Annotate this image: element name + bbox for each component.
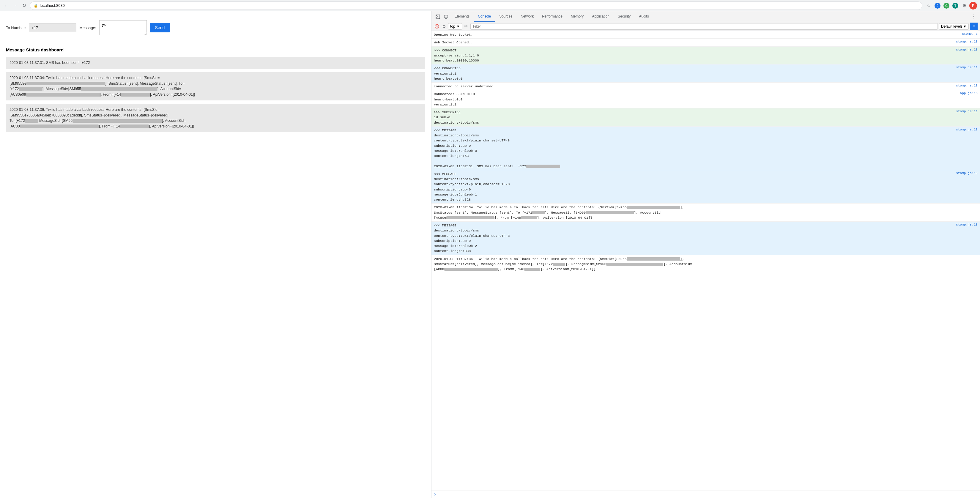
- console-entry: connected to server undefinedstomp.js:13: [431, 83, 980, 90]
- devtools-toolbar: ElementsConsoleSourcesNetworkPerformance…: [431, 11, 980, 22]
- extension-icon-1[interactable]: 2: [934, 2, 941, 10]
- console-entry: 2020-01-08 11:37:34: Twilio has made a c…: [431, 204, 980, 222]
- devtools-tab-sources[interactable]: Sources: [495, 11, 517, 22]
- console-entry: <<< MESSAGEdestination:/topic/smscontent…: [431, 170, 980, 204]
- devtools-tab-audits[interactable]: Audits: [635, 11, 653, 22]
- console-eye-btn[interactable]: 👁: [463, 24, 469, 29]
- form-area: To Number: Message: yo Send: [0, 11, 431, 41]
- console-message-text: Web Socket Opened...: [431, 39, 955, 45]
- chevron-down-icon: ▼: [457, 24, 460, 29]
- console-source: stomp.js:13: [955, 39, 980, 44]
- dashboard-title: Message Status dashboard: [6, 47, 425, 52]
- console-level-select[interactable]: Default levels ▼: [939, 23, 969, 30]
- app-panel: To Number: Message: yo Send Message Stat…: [0, 11, 431, 498]
- console-prompt: >: [431, 490, 980, 498]
- console-source: stomp.js:13: [955, 222, 980, 227]
- console-message-text: 2020-01-08 11:37:36: Twilio has made a c…: [431, 256, 980, 272]
- console-source: stomp.js:13: [955, 109, 980, 114]
- console-message-text: >>> SUBSCRIBEid:sub-0destination:/topic/…: [431, 109, 955, 126]
- devtools-tab-network[interactable]: Network: [517, 11, 538, 22]
- console-message-text: <<< MESSAGEdestination:/topic/smscontent…: [431, 127, 955, 169]
- devtools-device-btn[interactable]: [442, 13, 450, 21]
- console-source: stomp.js: [961, 32, 980, 36]
- lock-icon: 🔒: [33, 3, 38, 8]
- message-log: 2020-01-08 11:37:31: SMS has been sent!:…: [6, 57, 425, 136]
- send-button[interactable]: Send: [150, 23, 170, 32]
- console-sidebar-btn[interactable]: ≡: [970, 22, 978, 30]
- svg-rect-1: [444, 15, 448, 18]
- console-context-select[interactable]: top ▼: [448, 23, 462, 30]
- to-number-input[interactable]: [29, 24, 76, 32]
- message-label: Message:: [80, 25, 96, 30]
- console-toolbar: 🚫 ⊙ top ▼ 👁 Default levels ▼ ≡: [431, 22, 980, 31]
- devtools-panel: ElementsConsoleSourcesNetworkPerformance…: [431, 11, 980, 498]
- console-message-text: 2020-01-08 11:37:34: Twilio has made a c…: [431, 204, 980, 221]
- back-button[interactable]: ←: [3, 2, 10, 9]
- console-source: stomp.js:13: [955, 171, 980, 176]
- console-entry: <<< MESSAGEdestination:/topic/smscontent…: [431, 127, 980, 170]
- console-source: stomp.js:13: [955, 83, 980, 88]
- log-entry: 2020-01-08 11:37:31: SMS has been sent!:…: [6, 57, 425, 68]
- console-prompt-input[interactable]: [438, 492, 978, 496]
- devtools-more-btn[interactable]: ⋮: [970, 13, 978, 21]
- console-level-label: Default levels: [941, 24, 963, 29]
- console-message-text: Opening Web Socket...: [431, 32, 961, 38]
- star-button[interactable]: ☆: [925, 2, 932, 10]
- forward-button[interactable]: →: [12, 2, 18, 9]
- devtools-tab-security[interactable]: Security: [614, 11, 635, 22]
- devtools-tab-application[interactable]: Application: [588, 11, 614, 22]
- address-bar: 🔒 localhost:8080: [30, 2, 922, 10]
- devtools-tab-memory[interactable]: Memory: [567, 11, 588, 22]
- console-source: stomp.js:13: [955, 47, 980, 52]
- console-filter-input[interactable]: [470, 23, 938, 30]
- chevron-down-icon-level: ▼: [963, 24, 967, 29]
- profile-button[interactable]: P: [969, 2, 977, 10]
- console-entry: Web Socket Opened...stomp.js:13: [431, 39, 980, 46]
- console-message-text: >>> CONNECTaccept-version:1.1,1.0heart-b…: [431, 47, 955, 64]
- console-entry: <<< CONNECTEDversion:1.1heart-beat:0,0st…: [431, 64, 980, 83]
- browser-icons: ☆ 2 G T ⚙ P: [925, 2, 977, 10]
- message-input[interactable]: yo: [99, 20, 147, 35]
- console-preserve-btn[interactable]: ⊙: [441, 24, 447, 29]
- console-message-text: Connected: CONNECTEDheart-beat:0,0versio…: [431, 91, 959, 108]
- devtools-tabs: ElementsConsoleSourcesNetworkPerformance…: [450, 11, 653, 22]
- log-entry: 2020-01-08 11:37:34: Twilio has made a c…: [6, 72, 425, 100]
- console-message-text: <<< MESSAGEdestination:/topic/smscontent…: [431, 222, 955, 255]
- console-prompt-arrow: >: [434, 492, 436, 497]
- extension-icon-3[interactable]: T: [951, 2, 959, 10]
- console-message-text: <<< CONNECTEDversion:1.1heart-beat:0,0: [431, 65, 955, 82]
- url-display: localhost:8080: [40, 3, 65, 8]
- devtools-tab-elements[interactable]: Elements: [450, 11, 474, 22]
- console-context-label: top: [450, 24, 455, 29]
- console-entry: Opening Web Socket...stomp.js: [431, 31, 980, 39]
- console-entry: >>> CONNECTaccept-version:1.1,1.0heart-b…: [431, 47, 980, 65]
- console-message-text: connected to server undefined: [431, 83, 955, 89]
- devtools-select-btn[interactable]: [434, 13, 442, 21]
- console-entry: 2020-01-08 11:37:36: Twilio has made a c…: [431, 255, 980, 274]
- devtools-tab-console[interactable]: Console: [474, 11, 495, 22]
- main-layout: To Number: Message: yo Send Message Stat…: [0, 11, 980, 498]
- reload-button[interactable]: ↻: [21, 2, 27, 9]
- console-entry: Connected: CONNECTEDheart-beat:0,0versio…: [431, 90, 980, 108]
- console-source: stomp.js:13: [955, 65, 980, 70]
- console-entry: <<< MESSAGEdestination:/topic/smscontent…: [431, 222, 980, 255]
- form-row: To Number: Message: yo Send: [6, 20, 425, 35]
- console-output: Opening Web Socket...stomp.jsWeb Socket …: [431, 31, 980, 490]
- console-message-text: <<< MESSAGEdestination:/topic/smscontent…: [431, 171, 955, 203]
- to-number-label: To Number:: [6, 25, 26, 30]
- console-source: app.js:15: [959, 91, 980, 95]
- log-entry: 2020-01-08 11:37:36: Twilio has made a c…: [6, 104, 425, 132]
- browser-bar: ← → ↻ 🔒 localhost:8080 ☆ 2 G T ⚙ P: [0, 0, 980, 11]
- dashboard-area: Message Status dashboard 2020-01-08 11:3…: [0, 41, 431, 498]
- console-clear-btn[interactable]: 🚫: [434, 24, 440, 29]
- devtools-tab-performance[interactable]: Performance: [538, 11, 567, 22]
- extension-icon-2[interactable]: G: [943, 2, 950, 10]
- console-entry: >>> SUBSCRIBEid:sub-0destination:/topic/…: [431, 108, 980, 127]
- console-source: stomp.js:13: [955, 127, 980, 132]
- settings-button[interactable]: ⚙: [960, 2, 968, 10]
